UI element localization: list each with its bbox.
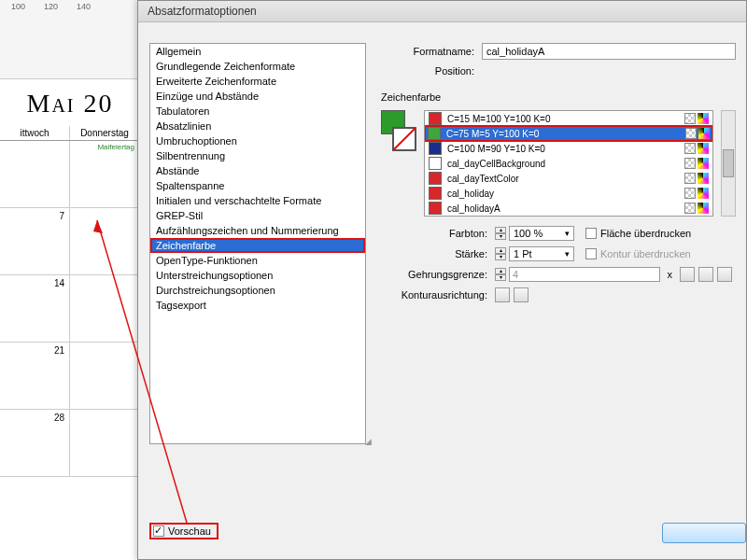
cal-cell xyxy=(70,208,140,274)
swatch-chip-icon xyxy=(428,127,441,140)
join-miter-button[interactable] xyxy=(680,267,695,282)
swatch-name: cal_dayCellBackground xyxy=(447,159,679,169)
swatch-name: C=15 M=100 Y=100 K=0 xyxy=(447,114,679,124)
category-item[interactable]: Tagsexport xyxy=(150,298,365,313)
right-pane: Formatname: Position: Zeichenfarbe C=15 … xyxy=(381,43,736,308)
preview-checkbox-wrap[interactable]: Vorschau xyxy=(149,523,218,539)
tint-spinner[interactable]: ▴▾ xyxy=(495,227,506,240)
cal-cell: Maifeiertag xyxy=(70,141,140,207)
swatch-chip-icon xyxy=(429,202,442,215)
swatch-name: cal_holiday xyxy=(447,189,679,199)
swatch-row[interactable]: C=75 M=5 Y=100 K=0 xyxy=(424,125,713,142)
swatch-row[interactable]: cal_dayCellBackground xyxy=(425,156,712,171)
swatch-mode-icon xyxy=(698,158,709,169)
fill-stroke-proxy[interactable] xyxy=(381,110,416,151)
category-item[interactable]: Aufzählungszeichen und Nummerierung xyxy=(150,223,365,238)
swatch-type-icon xyxy=(684,203,696,214)
category-item[interactable]: GREP-Stil xyxy=(150,208,365,223)
scrollbar-thumb[interactable] xyxy=(723,149,734,177)
category-item[interactable]: Spaltenspanne xyxy=(150,178,365,193)
calendar-background: 100 120 140 Mai 20 ittwoch Donnerstag Ma… xyxy=(0,0,140,560)
swatch-type-icon xyxy=(684,113,696,124)
cal-cell xyxy=(70,275,140,342)
category-item[interactable]: Allgemein xyxy=(150,44,365,59)
category-item[interactable]: OpenType-Funktionen xyxy=(150,253,365,268)
preview-label: Vorschau xyxy=(168,525,211,537)
swatch-type-icon xyxy=(684,188,696,199)
category-item[interactable]: Unterstreichungsoptionen xyxy=(150,268,365,283)
swatch-mode-icon xyxy=(698,143,709,154)
swatch-type-icon xyxy=(684,158,696,169)
swatch-name: cal_holidayA xyxy=(447,203,679,214)
join-bevel-button[interactable] xyxy=(717,267,732,282)
ruler: 100 120 140 xyxy=(0,0,140,79)
swatch-row[interactable]: cal_holidayA xyxy=(425,201,712,216)
swatch-chip-icon xyxy=(429,157,442,170)
overprint-stroke-label: Kontur überdrucken xyxy=(600,248,691,259)
weight-combo[interactable]: 1 Pt xyxy=(509,246,574,261)
scrollbar[interactable] xyxy=(721,110,736,217)
paragraph-style-dialog: Absatzformatoptionen AllgemeinGrundlegen… xyxy=(137,0,747,560)
category-item[interactable]: Abstände xyxy=(150,163,365,178)
swatch-type-icon xyxy=(685,128,697,139)
join-round-button[interactable] xyxy=(698,267,713,282)
swatch-row[interactable]: cal_dayTextColor xyxy=(425,171,712,186)
swatch-mode-icon xyxy=(698,173,709,184)
ruler-tick: 100 xyxy=(11,2,25,11)
category-item[interactable]: Grundlegende Zeichenformate xyxy=(150,59,365,74)
category-item[interactable]: Erweiterte Zeichenformate xyxy=(150,74,365,89)
category-item[interactable]: Initialen und verschachtelte Formate xyxy=(150,193,365,208)
calendar-header: ittwoch Donnerstag xyxy=(0,126,140,141)
category-item[interactable]: Umbruchoptionen xyxy=(150,133,365,148)
category-item[interactable]: Silbentrennung xyxy=(150,148,365,163)
dayname: ittwoch xyxy=(0,126,70,140)
section-title: Zeichenfarbe xyxy=(381,91,736,103)
swatch-name: cal_dayTextColor xyxy=(447,174,679,184)
swatch-list[interactable]: C=15 M=100 Y=100 K=0 C=75 M=5 Y=100 K=0 … xyxy=(424,110,713,217)
category-item[interactable]: Zeichenfarbe xyxy=(150,238,365,253)
category-list[interactable]: AllgemeinGrundlegende ZeichenformateErwe… xyxy=(149,43,366,444)
category-item[interactable]: Absatzlinien xyxy=(150,119,365,133)
swatch-row[interactable]: cal_holiday xyxy=(425,186,712,201)
month-title: Mai 20 xyxy=(0,79,140,126)
category-item[interactable]: Durchstreichungsoptionen xyxy=(150,283,365,298)
formatname-input[interactable] xyxy=(482,43,736,60)
swatch-name: C=75 M=5 Y=100 K=0 xyxy=(446,129,680,139)
preview-checkbox[interactable] xyxy=(153,525,164,537)
category-item[interactable]: Tabulatoren xyxy=(150,104,365,119)
resize-grip-icon[interactable]: ◢ xyxy=(365,437,372,446)
miter-spinner[interactable]: ▴▾ xyxy=(495,268,506,281)
miter-label: Gehrungsgrenze: xyxy=(381,269,487,280)
swatch-type-icon xyxy=(684,173,696,184)
swatch-name: C=100 M=90 Y=10 K=0 xyxy=(447,144,679,154)
swatch-mode-icon xyxy=(698,203,709,214)
swatch-type-icon xyxy=(684,143,696,154)
cal-cell: 7 xyxy=(0,208,70,274)
cal-cell xyxy=(0,141,70,207)
tint-label: Farbton: xyxy=(381,228,487,239)
miter-input[interactable] xyxy=(509,267,660,282)
category-item[interactable]: Einzüge und Abstände xyxy=(150,89,365,104)
dayname: Donnerstag xyxy=(70,126,140,140)
ruler-tick: 140 xyxy=(77,2,91,11)
overprint-fill-checkbox[interactable] xyxy=(585,228,597,239)
day-num: 7 xyxy=(59,211,64,221)
none-slash-icon xyxy=(392,127,416,151)
swatch-chip-icon xyxy=(429,172,442,185)
align-inside-button[interactable] xyxy=(514,287,529,302)
weight-spinner[interactable]: ▴▾ xyxy=(495,247,506,260)
tint-combo[interactable]: 100 % xyxy=(509,226,574,241)
ok-button[interactable] xyxy=(662,523,746,543)
day-num: 14 xyxy=(54,278,64,288)
swatch-row[interactable]: C=100 M=90 Y=10 K=0 xyxy=(425,141,712,156)
swatch-chip-icon xyxy=(429,112,442,125)
cal-cell: 14 xyxy=(0,275,70,342)
dialog-title: Absatzformatoptionen xyxy=(138,1,746,22)
swatch-row[interactable]: C=15 M=100 Y=100 K=0 xyxy=(425,111,712,126)
overprint-stroke-checkbox xyxy=(585,248,597,259)
align-center-button[interactable] xyxy=(495,287,510,302)
cal-cell xyxy=(70,343,140,409)
swatch-mode-icon xyxy=(698,128,710,139)
day-num: 21 xyxy=(54,345,64,356)
cal-cell xyxy=(70,410,140,476)
